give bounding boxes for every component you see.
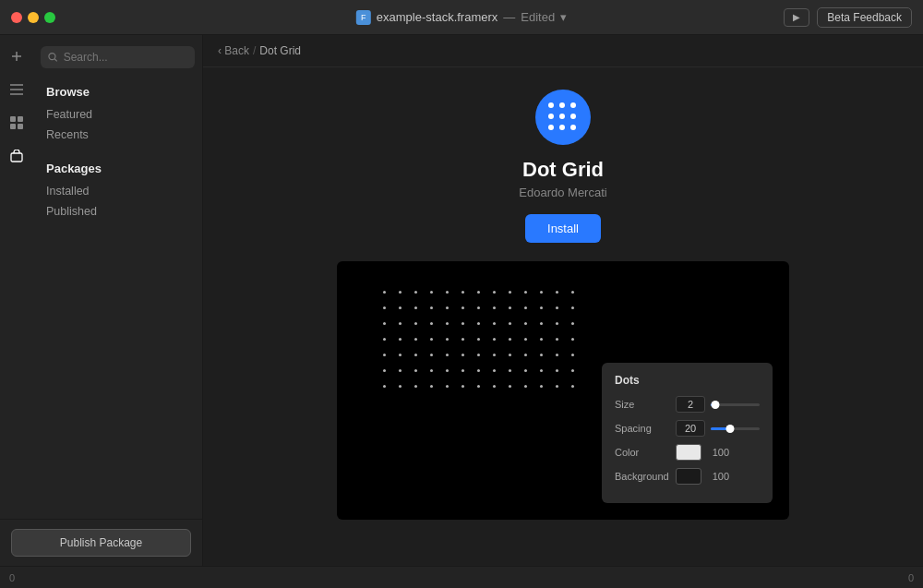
svg-point-10 — [49, 54, 55, 60]
svg-rect-5 — [10, 116, 16, 122]
title-edited-label[interactable]: Edited — [521, 10, 555, 24]
dot-row — [383, 385, 574, 388]
dot — [430, 385, 433, 388]
dot — [414, 322, 417, 325]
nav-published[interactable]: Published — [41, 201, 195, 222]
size-label: Size — [615, 399, 670, 410]
dot — [524, 354, 527, 356]
maximize-button[interactable] — [44, 12, 55, 23]
dot — [462, 354, 464, 356]
color-swatch[interactable] — [676, 444, 701, 461]
control-panel: Dots Size Spacing — [602, 363, 773, 503]
dot — [477, 385, 480, 388]
dot — [571, 322, 574, 325]
dot — [540, 322, 543, 325]
dot — [383, 306, 386, 309]
nav-recents[interactable]: Recents — [41, 125, 195, 145]
svg-rect-6 — [18, 116, 23, 122]
search-input[interactable] — [64, 51, 187, 64]
dot — [556, 322, 558, 325]
status-bar: 0 0 — [0, 566, 923, 588]
back-link[interactable]: ‹ Back — [218, 44, 249, 57]
dot — [556, 291, 558, 294]
publish-package-button[interactable]: Publish Package — [11, 529, 191, 557]
dot — [446, 322, 449, 325]
dot — [556, 306, 558, 309]
dot — [430, 354, 433, 356]
background-swatch[interactable] — [676, 468, 701, 485]
spacing-input[interactable] — [676, 420, 705, 437]
title-filename: example-stack.framerx — [377, 10, 497, 24]
package-header: Dot Grid Edoardo Mercati Install — [203, 67, 923, 261]
dot — [477, 354, 480, 356]
play-button[interactable]: ▶ — [784, 8, 809, 27]
dot — [477, 306, 480, 309]
browse-section: Browse Featured Recents — [41, 81, 195, 145]
dot — [446, 354, 449, 356]
dot — [446, 291, 449, 294]
control-panel-title: Dots — [615, 374, 760, 387]
dot — [383, 338, 386, 341]
dot — [414, 369, 417, 372]
dot — [446, 385, 449, 388]
dot — [556, 354, 558, 356]
dot — [430, 369, 433, 372]
dot — [571, 354, 574, 356]
status-left: 0 — [9, 572, 15, 583]
dot — [571, 306, 574, 309]
install-button[interactable]: Install — [525, 214, 601, 243]
dot — [524, 369, 527, 372]
dot — [383, 322, 386, 325]
package-icon — [535, 90, 591, 145]
sidebar-content: Browse Featured Recents Packages Install… — [0, 35, 202, 519]
sidebar: Browse Featured Recents Packages Install… — [0, 35, 203, 566]
search-icon — [48, 52, 58, 63]
dot — [462, 306, 464, 309]
dot — [509, 291, 511, 294]
size-slider[interactable] — [711, 403, 760, 406]
title-center: F example-stack.framerx — Edited ▾ — [356, 10, 567, 25]
dot — [524, 338, 527, 341]
dot — [556, 338, 558, 341]
close-button[interactable] — [11, 12, 22, 23]
dot — [383, 385, 386, 388]
add-icon-button[interactable] — [6, 46, 27, 66]
dot — [462, 369, 464, 372]
minimize-button[interactable] — [28, 12, 39, 23]
nav-featured[interactable]: Featured — [41, 104, 195, 125]
dot — [540, 338, 543, 341]
beta-feedback-button[interactable]: Beta Feedback — [817, 7, 912, 28]
dot — [477, 369, 480, 372]
dot — [524, 322, 527, 325]
dot — [383, 291, 386, 294]
breadcrumb: ‹ Back / Dot Grid — [203, 35, 923, 67]
dot — [524, 291, 527, 294]
dot — [540, 385, 543, 388]
dot — [493, 338, 496, 341]
search-box[interactable] — [41, 46, 195, 68]
grid-icon-button[interactable] — [6, 113, 27, 133]
dot — [399, 322, 402, 325]
dot-rows — [383, 291, 574, 388]
spacing-row: Spacing — [615, 420, 760, 437]
hamburger-icon-button[interactable] — [6, 79, 27, 100]
main-layout: Browse Featured Recents Packages Install… — [0, 35, 923, 566]
size-input[interactable] — [676, 396, 705, 413]
dot — [571, 338, 574, 341]
dot — [524, 385, 527, 388]
dot — [414, 385, 417, 388]
dot-row — [383, 354, 574, 356]
breadcrumb-separator: / — [253, 44, 256, 57]
spacing-slider[interactable] — [711, 427, 760, 430]
dot — [430, 322, 433, 325]
dot — [430, 338, 433, 341]
dot-row — [383, 369, 574, 372]
package-icon-button[interactable] — [6, 146, 27, 166]
dot — [509, 385, 511, 388]
nav-installed[interactable]: Installed — [41, 181, 195, 201]
dot — [540, 369, 543, 372]
dot — [414, 338, 417, 341]
title-right: ▶ Beta Feedback — [784, 7, 912, 28]
size-row: Size — [615, 396, 760, 413]
dot — [509, 369, 511, 372]
